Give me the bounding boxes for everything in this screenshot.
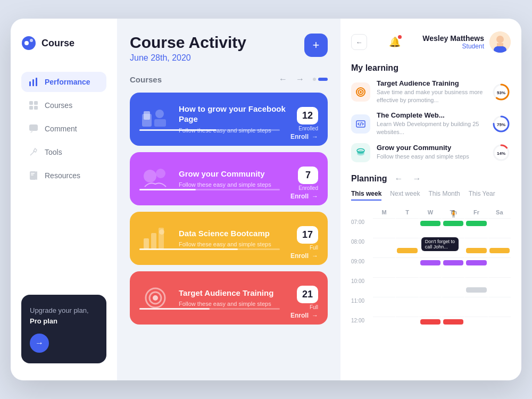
user-info: Wesley Matthews Student xyxy=(422,31,511,53)
cal-cell-sa10 xyxy=(488,277,511,296)
course-card-facebook[interactable]: How to grow your Facebook Page Follow th… xyxy=(130,93,328,146)
right-panel: ← 🔔 Wesley Matthews Student xyxy=(340,19,521,380)
cal-day-W: W xyxy=(419,207,442,218)
progress-circle-0: 53% xyxy=(492,82,511,102)
svg-rect-10 xyxy=(29,124,38,131)
svg-rect-14 xyxy=(36,171,37,180)
tab-this-year[interactable]: This Year xyxy=(469,190,495,201)
sidebar-item-tools[interactable]: Tools xyxy=(21,142,106,162)
cal-cell-th11 xyxy=(442,297,464,316)
user-name: Wesley Matthews xyxy=(422,34,484,43)
courses-prev-button[interactable]: ← xyxy=(277,73,289,85)
sidebar-nav: Performance Courses Comment xyxy=(21,72,106,284)
planning-prev-button[interactable]: ← xyxy=(393,173,405,185)
progress-circle-1: 75% xyxy=(492,114,511,134)
page-title: Course Activity xyxy=(130,34,246,51)
cal-cell-w7 xyxy=(419,218,442,237)
svg-point-24 xyxy=(159,229,164,235)
courses-next-button[interactable]: → xyxy=(294,73,306,85)
cal-cell-fr9 xyxy=(465,257,487,277)
book-icon xyxy=(29,171,38,180)
cal-cell-fr12 xyxy=(465,317,487,336)
cal-cell-m10 xyxy=(373,277,395,296)
cal-event-green xyxy=(420,221,440,226)
svg-text:14%: 14% xyxy=(497,151,505,156)
cal-cell-t7 xyxy=(396,218,418,237)
svg-rect-9 xyxy=(34,106,38,110)
learning-desc-0: Save time and make your business more ef… xyxy=(377,88,485,105)
tab-this-week[interactable]: This week xyxy=(351,190,381,201)
calendar-grid: M T W Th Fr Sa 07:00 🧍 xyxy=(351,207,511,336)
upgrade-text: Upgrade your plan, Pro plan xyxy=(30,305,98,326)
course-card-community[interactable]: Grow your Community Follow these easy an… xyxy=(130,152,328,205)
planning-tabs: This week Next week This Month This Year xyxy=(351,190,511,201)
add-button[interactable]: + xyxy=(304,34,328,57)
cal-event-red-th12 xyxy=(443,319,463,325)
sidebar-item-courses[interactable]: Courses xyxy=(21,95,106,115)
logo-icon xyxy=(21,36,36,51)
sidebar-item-resources[interactable]: Resources xyxy=(21,165,106,186)
learning-title-2: Grow your Community xyxy=(377,144,485,152)
svg-point-1 xyxy=(24,41,29,45)
cal-cell-sa12 xyxy=(488,317,511,336)
cal-cell-m7 xyxy=(373,218,395,237)
course-desc-target: Follow these easy and simple steps xyxy=(179,300,289,308)
course-card-target[interactable]: Target Audience Training Follow these ea… xyxy=(130,271,328,325)
learning-desc-1: Learn Web Development by building 25 web… xyxy=(377,120,485,137)
tool-icon xyxy=(29,147,38,157)
right-nav-buttons: ← xyxy=(351,34,367,50)
svg-rect-13 xyxy=(31,174,34,176)
cal-cell-sa9 xyxy=(488,257,511,277)
cal-cell-w9 xyxy=(419,257,442,277)
learning-item-target: Target Audience Training Save time and m… xyxy=(351,79,511,105)
cal-cell-w12 xyxy=(419,317,442,336)
user-avatar xyxy=(489,31,511,53)
course-card-datascience[interactable]: Data Science Bootcamp Follow these easy … xyxy=(130,212,328,265)
upgrade-button[interactable]: → xyxy=(30,334,49,353)
tab-next-week[interactable]: Next week xyxy=(390,190,420,201)
planning-header: Planning ← → xyxy=(351,173,511,185)
svg-rect-4 xyxy=(32,79,34,86)
learning-list: Target Audience Training Save time and m… xyxy=(351,79,511,162)
tooltip: Don't forget tocall John... xyxy=(421,237,459,251)
svg-rect-17 xyxy=(154,119,166,127)
sidebar-item-performance[interactable]: Performance xyxy=(21,72,106,92)
section-header: Course Activity June 28th, 2020 + xyxy=(130,34,328,63)
svg-rect-11 xyxy=(30,171,36,180)
app-container: Course Performance Courses xyxy=(11,19,521,380)
sidebar-item-comment[interactable]: Comment xyxy=(21,119,106,139)
planning-next-button[interactable]: → xyxy=(411,173,423,185)
cal-day-M: M xyxy=(373,207,395,218)
courses-arrows: ← → xyxy=(277,73,306,85)
tab-this-month[interactable]: This Month xyxy=(428,190,460,201)
bar-chart-icon xyxy=(29,77,38,87)
sidebar: Course Performance Courses xyxy=(11,19,117,380)
cal-event-yellow-t8 xyxy=(397,248,417,253)
course-count-label-facebook: Enrolled xyxy=(298,126,318,131)
cal-cell-th7: 🧍 xyxy=(442,218,464,237)
progress-circle-2: 14% xyxy=(492,143,511,162)
course-desc-datascience: Follow these easy and simple steps xyxy=(179,240,289,248)
cal-cell-t12 xyxy=(396,317,418,336)
course-count-label-community: Enrolled xyxy=(298,185,318,191)
course-footer-datascience: Enroll → xyxy=(290,252,318,260)
cal-event-green-fr xyxy=(466,221,486,226)
progress-bar-target xyxy=(139,308,280,310)
course-title-community: Grow your Community xyxy=(179,169,290,179)
progress-bar-facebook xyxy=(139,129,280,131)
my-learning-title: My learning xyxy=(351,63,511,73)
progress-bar-community xyxy=(139,189,280,190)
course-footer-target: Enroll → xyxy=(290,312,318,319)
right-prev-button[interactable]: ← xyxy=(351,34,367,50)
svg-text:53%: 53% xyxy=(497,90,505,95)
notification-bell[interactable]: 🔔 xyxy=(389,36,401,48)
cal-cell-t8 xyxy=(396,238,418,257)
course-count-datascience: 17 xyxy=(297,226,318,244)
course-count-target: 21 xyxy=(297,286,318,303)
cal-event-green-th xyxy=(443,221,463,226)
course-title-datascience: Data Science Bootcamp xyxy=(179,228,289,239)
notification-dot xyxy=(398,35,402,39)
cal-cell-t10 xyxy=(396,277,418,296)
cal-event-yellow-sa8 xyxy=(489,248,510,253)
planning-title: Planning xyxy=(351,174,387,184)
